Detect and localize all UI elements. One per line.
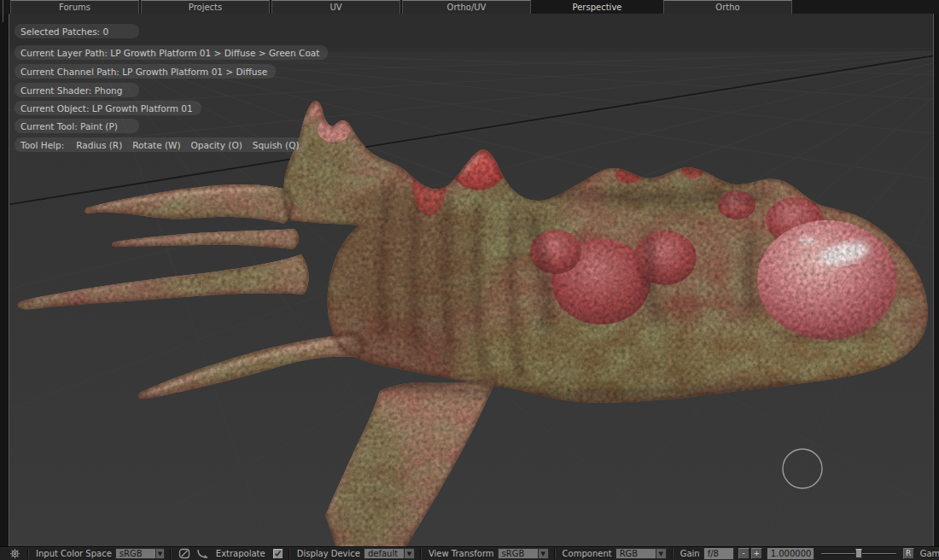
creature-model xyxy=(9,51,933,546)
component-label: Component xyxy=(563,549,612,558)
tool-help-squish: Squish (Q) xyxy=(253,140,300,150)
linear-falloff-icon[interactable] xyxy=(177,547,192,560)
tool-help-opacity: Opacity (O) xyxy=(191,140,242,150)
3d-viewport-canvas[interactable] xyxy=(9,14,934,546)
input-color-space-value: sRGB xyxy=(115,548,155,559)
component-value: RGB xyxy=(615,548,656,559)
gain-decrement-button[interactable]: - xyxy=(738,548,749,559)
hud-shader: Current Shader: Phong xyxy=(15,83,139,97)
extrapolate-label: Extrapolate xyxy=(216,549,265,558)
panel-grip xyxy=(3,0,3,22)
tool-help-radius: Radius (R) xyxy=(76,140,122,150)
application-window: Forums Projects UV Ortho/UV Perspective … xyxy=(0,0,939,560)
viewport-tabbar: Forums Projects UV Ortho/UV Perspective … xyxy=(0,0,939,14)
chevron-down-icon[interactable]: ▼ xyxy=(155,548,165,559)
toolbar-separator xyxy=(420,549,422,559)
hud-selected-patches: Selected Patches: 0 xyxy=(15,24,139,38)
toolbar-separator xyxy=(170,549,172,559)
gain-fstop-field[interactable]: f/8 xyxy=(703,547,734,560)
tab-projects[interactable]: Projects xyxy=(141,0,270,14)
gain-slider-handle[interactable] xyxy=(855,549,862,558)
hud-channel-path: Current Channel Path: LP Growth Platform… xyxy=(15,64,276,79)
curve-falloff-icon[interactable] xyxy=(195,547,211,560)
chevron-down-icon[interactable]: ▼ xyxy=(656,548,667,559)
tool-help-label: Tool Help: xyxy=(20,140,64,150)
display-device-select[interactable]: default ▼ xyxy=(364,548,415,559)
gamma-label: Gamma xyxy=(920,549,939,558)
brush-cursor xyxy=(783,449,822,488)
toolbar-separator xyxy=(554,549,556,559)
display-device-value: default xyxy=(364,548,404,559)
tab-uv[interactable]: UV xyxy=(271,0,400,14)
hud-layer-path: Current Layer Path: LP Growth Platform 0… xyxy=(15,45,328,60)
gain-reset-button[interactable]: R xyxy=(903,548,914,559)
display-device-label: Display Device xyxy=(297,549,360,558)
tab-perspective[interactable]: Perspective xyxy=(533,0,662,14)
chevron-down-icon[interactable]: ▼ xyxy=(538,548,549,559)
view-transform-value: sRGB xyxy=(498,548,538,559)
bottom-toolbar: Input Color Space sRGB ▼ Extrapolate Dis… xyxy=(0,546,939,560)
chevron-down-icon[interactable]: ▼ xyxy=(404,548,415,559)
toolbar-separator xyxy=(289,549,290,559)
gain-value-field[interactable]: 1.000000 xyxy=(767,547,814,560)
hud-object: Current Object: LP Growth Platform 01 xyxy=(15,101,201,115)
toolbar-separator xyxy=(672,549,674,559)
hud-tool: Current Tool: Paint (P) xyxy=(15,119,139,133)
gain-increment-button[interactable]: + xyxy=(751,548,762,559)
gear-icon[interactable] xyxy=(7,547,22,560)
input-color-space-select[interactable]: sRGB ▼ xyxy=(115,548,165,559)
gain-label: Gain xyxy=(680,549,700,558)
view-transform-label: View Transform xyxy=(429,549,494,558)
view-transform-select[interactable]: sRGB ▼ xyxy=(498,548,549,559)
toolbar-separator xyxy=(27,549,29,559)
gain-slider[interactable] xyxy=(821,548,896,559)
hud-tool-help: Tool Help: Radius (R) Rotate (W) Opacity… xyxy=(15,137,308,152)
extrapolate-checkbox[interactable] xyxy=(272,548,283,559)
tab-ortho-uv[interactable]: Ortho/UV xyxy=(402,0,531,14)
viewport-render xyxy=(9,14,933,546)
tab-ortho[interactable]: Ortho xyxy=(663,0,792,14)
tab-forums[interactable]: Forums xyxy=(10,0,139,14)
input-color-space-label: Input Color Space xyxy=(36,549,112,558)
tool-help-rotate: Rotate (W) xyxy=(132,140,180,150)
component-select[interactable]: RGB ▼ xyxy=(615,548,667,559)
